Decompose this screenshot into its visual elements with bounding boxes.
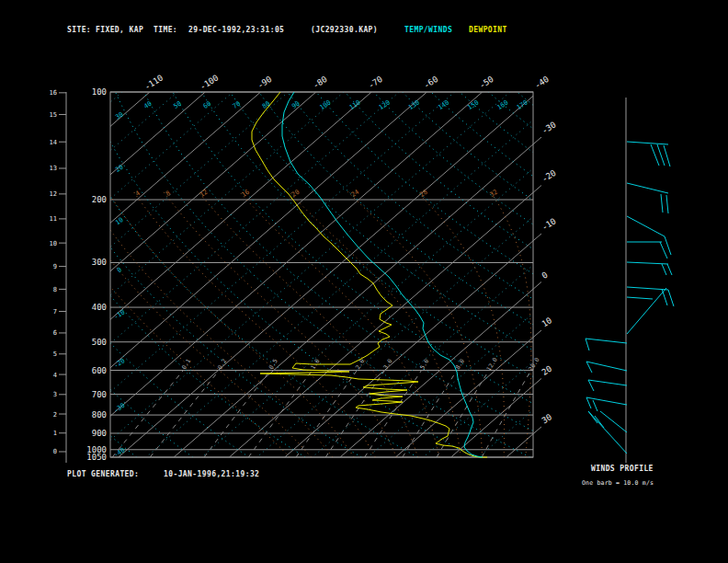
svg-text:-10: -10 [112, 308, 126, 321]
svg-text:5: 5 [53, 350, 57, 358]
svg-text:40: 40 [142, 100, 153, 110]
svg-text:30: 30 [114, 110, 124, 121]
svg-text:14: 14 [50, 139, 57, 146]
svg-text:300: 300 [92, 258, 107, 267]
svg-text:24: 24 [350, 189, 360, 199]
plot-generated-label: PLOT GENERATED: [67, 470, 139, 478]
svg-text:20.0: 20.0 [528, 356, 541, 373]
svg-text:-50: -50 [478, 75, 495, 90]
svg-text:10: 10 [50, 240, 57, 247]
svg-text:13: 13 [50, 165, 57, 172]
site-label: SITE: [67, 26, 91, 34]
wind-barb-note: One barb = 10.0 m/s [582, 479, 654, 487]
svg-text:16: 16 [50, 89, 57, 97]
svg-text:-80: -80 [312, 75, 329, 90]
svg-text:10: 10 [540, 316, 554, 328]
svg-text:12: 12 [50, 190, 57, 198]
svg-text:0: 0 [53, 448, 57, 455]
site-value: FIXED, KAP [96, 26, 143, 34]
svg-text:50: 50 [172, 100, 182, 110]
svg-text:200: 200 [92, 195, 107, 204]
svg-text:12: 12 [199, 189, 209, 199]
svg-text:150: 150 [466, 99, 480, 112]
svg-text:100: 100 [92, 87, 107, 97]
svg-text:0.1: 0.1 [180, 358, 192, 371]
svg-text:2: 2 [53, 411, 57, 419]
svg-text:5.0: 5.0 [418, 358, 430, 371]
svg-text:28: 28 [418, 189, 428, 199]
legend-temp-winds: TEMP/WINDS [404, 26, 452, 34]
svg-text:-70: -70 [367, 75, 384, 90]
svg-text:0: 0 [540, 270, 550, 281]
winds-profile [586, 98, 674, 463]
svg-text:-40: -40 [533, 75, 551, 90]
svg-text:-30: -30 [540, 120, 558, 135]
svg-text:3: 3 [53, 391, 57, 398]
time-value: 29-DEC-1992,23:31:05 [188, 26, 284, 34]
svg-text:6: 6 [53, 329, 57, 337]
svg-text:0: 0 [116, 266, 123, 274]
svg-text:20: 20 [290, 189, 301, 199]
svg-text:160: 160 [496, 99, 510, 112]
svg-text:0.5: 0.5 [267, 358, 279, 371]
svg-text:30: 30 [540, 412, 554, 425]
svg-text:140: 140 [437, 99, 450, 112]
isotherms [0, 92, 728, 457]
svg-text:8: 8 [165, 190, 172, 198]
svg-text:8: 8 [53, 286, 57, 293]
svg-text:1050: 1050 [86, 453, 107, 462]
svg-text:100: 100 [319, 99, 333, 112]
svg-text:400: 400 [92, 303, 107, 312]
svg-text:0.2: 0.2 [216, 358, 228, 371]
svg-text:20: 20 [540, 364, 554, 377]
svg-text:-110: -110 [142, 73, 165, 91]
sounding-curves [252, 92, 487, 457]
svg-text:70: 70 [232, 100, 242, 110]
time-label: TIME: [154, 26, 177, 34]
axis-labels: 10020030040050060070080090010001050-110-… [86, 73, 557, 462]
svg-text:9: 9 [53, 263, 57, 270]
svg-text:60: 60 [202, 100, 212, 110]
svg-text:130: 130 [407, 99, 421, 112]
svg-text:500: 500 [92, 338, 107, 347]
svg-text:4: 4 [53, 372, 57, 379]
svg-text:3.0: 3.0 [381, 358, 393, 371]
svg-text:-10: -10 [540, 216, 558, 232]
svg-text:800: 800 [92, 410, 107, 419]
temperature-curve [282, 92, 483, 457]
sounding-display: 10020030040050060070080090010001050-110-… [0, 0, 728, 563]
legend-dewpoint: DEWPOINT [469, 26, 507, 34]
svg-text:120: 120 [378, 99, 392, 112]
svg-text:600: 600 [92, 366, 107, 375]
svg-text:110: 110 [348, 99, 362, 112]
svg-text:16: 16 [240, 189, 250, 199]
svg-text:20: 20 [114, 164, 124, 174]
plot-frame [110, 92, 533, 457]
svg-text:1: 1 [53, 430, 57, 437]
svg-text:90: 90 [290, 100, 301, 110]
svg-text:7: 7 [53, 308, 57, 316]
svg-text:-20: -20 [540, 168, 558, 184]
file-tag: (JC292330.KAP) [311, 26, 378, 34]
svg-text:-100: -100 [199, 73, 221, 91]
svg-text:11: 11 [50, 215, 57, 223]
svg-text:15: 15 [50, 111, 57, 119]
svg-text:32: 32 [488, 189, 498, 199]
svg-text:-20: -20 [112, 357, 126, 370]
pressure-gridlines [110, 92, 533, 457]
svg-text:900: 900 [92, 429, 107, 438]
svg-text:700: 700 [92, 390, 107, 399]
plot-generated-value: 10-JAN-1996,21:19:32 [164, 470, 259, 478]
mixing-ratio-lines [112, 371, 531, 457]
svg-text:-90: -90 [256, 75, 273, 90]
dewpoint-curve [252, 92, 487, 457]
height-axis: 012345678910111213141516 [50, 89, 66, 463]
moist-adiabats [44, 191, 530, 457]
winds-profile-title: WINDS PROFILE [591, 465, 654, 473]
svg-text:-60: -60 [422, 75, 439, 90]
